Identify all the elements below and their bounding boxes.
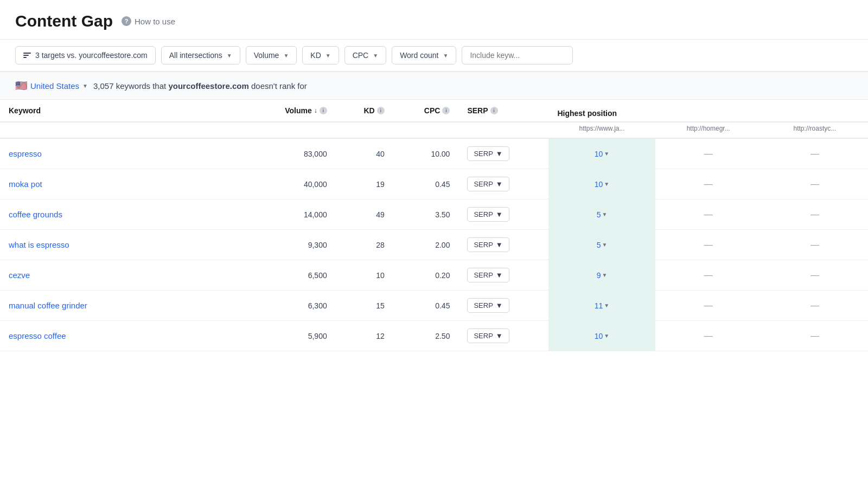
th-empty-serp [458,122,548,138]
serp-cell[interactable]: SERP ▼ [458,321,548,351]
position1-cell[interactable]: 5 ▼ [548,230,655,260]
serp-cell[interactable]: SERP ▼ [458,291,548,321]
volume-cell: 6,500 [246,260,336,291]
serp-button[interactable]: SERP ▼ [467,268,509,282]
table-row: moka pot 40,000 19 0.45 SERP ▼ 10 ▼ — — [0,169,868,199]
chevron-down-icon: ▼ [373,53,378,59]
serp-cell[interactable]: SERP ▼ [458,138,548,169]
keyword-cell[interactable]: what is espresso [0,230,246,260]
url3-label: http://roastyc... [794,125,837,132]
position1-cell[interactable]: 11 ▼ [548,291,655,321]
serp-cell[interactable]: SERP ▼ [458,260,548,291]
th-url1: https://www.ja... [548,122,655,138]
keyword-cell[interactable]: manual coffee grinder [0,291,246,321]
kd-info-icon[interactable]: i [377,107,385,114]
dropdown-arrow-icon: ▼ [604,333,609,339]
keyword-link[interactable]: cezve [9,270,30,280]
keyword-cell[interactable]: cezve [0,260,246,291]
intersections-dropdown[interactable]: All intersections ▼ [161,46,240,65]
position2-cell: — [655,169,762,199]
serp-button[interactable]: SERP ▼ [467,207,509,222]
keyword-link[interactable]: manual coffee grinder [9,301,87,310]
highest-position-label: Highest position [557,109,617,118]
word-count-dropdown[interactable]: Word count ▼ [392,46,456,65]
dropdown-arrow-icon: ▼ [602,211,607,217]
volume-dropdown[interactable]: Volume ▼ [246,46,297,65]
cpc-cell: 10.00 [393,138,459,169]
cpc-info-icon[interactable]: i [442,107,450,114]
position1-value: 9 [597,271,601,280]
chevron-down-icon: ▼ [443,53,448,59]
table-row: manual coffee grinder 6,300 15 0.45 SERP… [0,291,868,321]
position3-cell: — [762,291,868,321]
position1-cell[interactable]: 5 ▼ [548,199,655,230]
position3-cell: — [762,138,868,169]
cpc-label: CPC [353,51,369,60]
position1-value: 5 [597,210,601,219]
position1-value: 10 [595,332,603,340]
th-highest-position: Highest position [548,100,868,122]
dropdown-arrow-icon: ▼ [604,302,609,308]
chevron-down-icon: ▼ [496,332,503,340]
th-cpc[interactable]: CPC i [393,100,459,122]
position1-cell[interactable]: 10 ▼ [548,169,655,199]
serp-button[interactable]: SERP ▼ [467,298,509,313]
kd-cell: 12 [336,321,393,351]
keyword-link[interactable]: what is espresso [9,240,69,249]
chevron-down-icon: ▼ [283,53,289,59]
cpc-cell: 0.20 [393,260,459,291]
serp-cell[interactable]: SERP ▼ [458,199,548,230]
include-keywords-input[interactable] [462,46,573,65]
sort-down-icon: ↓ [314,107,317,114]
keyword-link[interactable]: espresso [9,149,42,158]
serp-button[interactable]: SERP ▼ [467,237,509,252]
keyword-cell[interactable]: coffee grounds [0,199,246,230]
keyword-cell[interactable]: espresso [0,138,246,169]
th-empty-kw [0,122,246,138]
position1-cell[interactable]: 9 ▼ [548,260,655,291]
country-selector[interactable]: 🇺🇸 United States ▼ [15,80,88,92]
keyword-cell[interactable]: moka pot [0,169,246,199]
th-kd[interactable]: KD i [336,100,393,122]
th-empty-vol [246,122,336,138]
targets-filter-button[interactable]: 3 targets vs. yourcoffeestore.com [15,46,156,65]
kd-cell: 40 [336,138,393,169]
keyword-col-label: Keyword [9,106,41,115]
position3-cell: — [762,169,868,199]
kd-dropdown[interactable]: KD ▼ [302,46,339,65]
serp-info-icon[interactable]: i [490,107,498,114]
kd-label: KD [310,51,321,60]
position2-cell: — [655,138,762,169]
domain-name: yourcoffeestore.com [168,81,248,91]
cpc-dropdown[interactable]: CPC ▼ [344,46,386,65]
serp-button[interactable]: SERP ▼ [467,146,509,161]
th-empty-cpc [393,122,459,138]
chevron-down-icon: ▼ [496,241,503,249]
th-volume[interactable]: Volume ↓ i [246,100,336,122]
header: Content Gap ? How to use [0,0,868,40]
table-row: espresso 83,000 40 10.00 SERP ▼ 10 ▼ — — [0,138,868,169]
info-bar: 🇺🇸 United States ▼ 3,057 keywords that y… [0,72,868,100]
keyword-link[interactable]: coffee grounds [9,210,62,219]
how-to-use-link[interactable]: ? How to use [122,16,175,26]
serp-button[interactable]: SERP ▼ [467,177,509,191]
cpc-cell: 0.45 [393,291,459,321]
position2-cell: — [655,321,762,351]
url1-label: https://www.ja... [579,125,624,132]
position1-cell[interactable]: 10 ▼ [548,321,655,351]
position1-cell[interactable]: 10 ▼ [548,138,655,169]
keyword-link[interactable]: espresso coffee [9,331,66,340]
serp-cell[interactable]: SERP ▼ [458,230,548,260]
th-serp[interactable]: SERP i [458,100,548,122]
keyword-cell[interactable]: espresso coffee [0,321,246,351]
keyword-table-container: Keyword Volume ↓ i KD i [0,100,868,351]
cpc-col-label: CPC [424,106,441,115]
url2-label: http://homegr... [687,125,730,132]
serp-cell[interactable]: SERP ▼ [458,169,548,199]
table-row: espresso coffee 5,900 12 2.50 SERP ▼ 10 … [0,321,868,351]
keyword-table: Keyword Volume ↓ i KD i [0,100,868,351]
keyword-link[interactable]: moka pot [9,179,42,189]
serp-button[interactable]: SERP ▼ [467,328,509,343]
chevron-down-icon: ▼ [496,271,503,279]
volume-info-icon[interactable]: i [320,107,327,114]
